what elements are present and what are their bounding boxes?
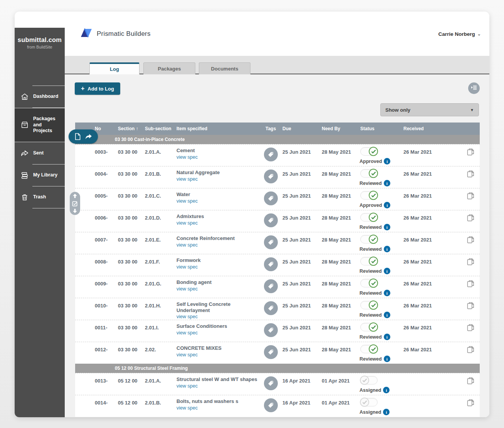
tag-icon[interactable] bbox=[264, 170, 278, 183]
copy-icon[interactable] bbox=[467, 170, 474, 179]
table-row[interactable]: 0012- 03 30 00 2.02. CONCRETE MIXES view… bbox=[75, 342, 480, 364]
info-icon[interactable]: i bbox=[384, 158, 390, 164]
tag-icon[interactable] bbox=[264, 376, 278, 390]
info-icon[interactable]: i bbox=[384, 202, 390, 208]
info-icon[interactable]: i bbox=[384, 246, 390, 252]
table-row[interactable]: 0003- 03 30 00 2.01.A. Cement view spec … bbox=[75, 144, 480, 166]
copy-icon[interactable] bbox=[467, 302, 474, 311]
view-spec-link[interactable]: view spec bbox=[176, 176, 198, 182]
column-header-status[interactable]: Status bbox=[357, 126, 400, 131]
share-icon[interactable] bbox=[85, 133, 92, 140]
table-row[interactable]: 0010- 03 30 00 2.01.H. Self Leveling Con… bbox=[75, 298, 480, 320]
tag-icon[interactable] bbox=[264, 191, 278, 205]
status-toggle[interactable] bbox=[360, 376, 378, 384]
sidebar-item-sent[interactable]: Sent bbox=[15, 143, 65, 164]
add-to-log-button[interactable]: + Add to Log bbox=[75, 82, 120, 95]
tag-icon[interactable] bbox=[264, 257, 278, 271]
status-toggle[interactable] bbox=[360, 398, 378, 406]
copy-icon[interactable] bbox=[467, 258, 474, 267]
tab-documents[interactable]: Documents bbox=[199, 62, 250, 74]
table-row[interactable]: 0005- 03 30 00 2.01.C. Water view spec 2… bbox=[75, 188, 480, 210]
sidebar-item-my-library[interactable]: My Library bbox=[15, 164, 65, 186]
sidebar-item-dashboard[interactable]: Dashboard bbox=[15, 86, 65, 107]
table-row[interactable]: 0009- 03 30 00 2.01.G. Bonding agent vie… bbox=[75, 276, 480, 298]
column-header-received[interactable]: Received bbox=[400, 126, 458, 131]
status-toggle[interactable] bbox=[360, 257, 378, 265]
section-group-header: 05 12 00 Structural Steel Framing bbox=[75, 364, 480, 373]
user-menu[interactable]: Carrie Norberg ⌄ bbox=[438, 31, 481, 37]
view-spec-link[interactable]: view spec bbox=[176, 242, 198, 248]
status-toggle[interactable] bbox=[360, 345, 378, 353]
select-checkbox-icon[interactable] bbox=[72, 201, 78, 206]
info-icon[interactable]: i bbox=[383, 409, 390, 415]
table-row[interactable]: 0013- 05 12 00 2.01.A. Structural steel … bbox=[75, 373, 480, 395]
info-icon[interactable]: i bbox=[384, 334, 390, 340]
copy-icon[interactable] bbox=[467, 280, 474, 289]
view-spec-link[interactable]: view spec bbox=[176, 220, 198, 226]
sidebar-item-trash[interactable]: Trash bbox=[15, 186, 65, 208]
status-toggle[interactable] bbox=[360, 191, 378, 200]
scroll-down-icon[interactable] bbox=[72, 208, 77, 213]
info-icon[interactable]: i bbox=[384, 290, 390, 296]
tag-icon[interactable] bbox=[264, 398, 278, 412]
column-header-due[interactable]: Due bbox=[279, 126, 319, 131]
tag-icon[interactable] bbox=[264, 148, 278, 161]
info-icon[interactable]: i bbox=[384, 268, 390, 274]
expand-list-button[interactable] bbox=[468, 82, 480, 94]
view-spec-link[interactable]: view spec bbox=[176, 154, 198, 160]
copy-icon[interactable] bbox=[467, 346, 474, 354]
show-only-dropdown[interactable]: Show only ▼ bbox=[380, 103, 479, 116]
view-spec-link[interactable]: view spec bbox=[176, 352, 198, 358]
column-header-section[interactable]: Section ↑ bbox=[115, 126, 142, 131]
status-toggle[interactable] bbox=[360, 235, 378, 243]
copy-icon[interactable] bbox=[467, 148, 474, 157]
tag-icon[interactable] bbox=[264, 301, 278, 315]
copy-icon[interactable] bbox=[467, 377, 474, 386]
tab-packages[interactable]: Packages bbox=[143, 62, 195, 74]
view-spec-link[interactable]: view spec bbox=[176, 198, 198, 204]
copy-icon[interactable] bbox=[467, 214, 474, 223]
row-item-name: Self Leveling Concrete Underlayment bbox=[176, 301, 262, 313]
status-toggle[interactable] bbox=[360, 169, 378, 178]
check-icon bbox=[369, 147, 378, 156]
table-row[interactable]: 0014- 05 12 00 2.01.B. Bolts, nuts and w… bbox=[75, 395, 480, 417]
info-icon[interactable]: i bbox=[383, 387, 390, 393]
copy-icon[interactable] bbox=[467, 399, 474, 408]
table-row[interactable]: 0011- 03 30 00 2.01.I. Surface Condition… bbox=[75, 320, 480, 342]
status-toggle[interactable] bbox=[360, 301, 378, 309]
status-toggle[interactable] bbox=[360, 279, 378, 287]
info-icon[interactable]: i bbox=[384, 356, 390, 362]
table-row[interactable]: 0004- 03 30 00 2.01.B. Natural Aggregate… bbox=[75, 166, 480, 188]
view-spec-link[interactable]: view spec bbox=[176, 330, 198, 336]
copy-icon[interactable] bbox=[467, 324, 474, 332]
copy-icon[interactable] bbox=[467, 192, 474, 201]
info-icon[interactable]: i bbox=[384, 180, 390, 186]
tag-icon[interactable] bbox=[264, 235, 278, 249]
view-spec-link[interactable]: view spec bbox=[176, 405, 198, 411]
info-icon[interactable]: i bbox=[384, 312, 390, 318]
status-toggle[interactable] bbox=[360, 147, 378, 156]
tag-icon[interactable] bbox=[264, 213, 278, 227]
sidebar-item-packages-and-projects[interactable]: Packages and Projects bbox=[15, 108, 65, 142]
column-header-tags[interactable]: Tags bbox=[262, 126, 279, 131]
column-header-item[interactable]: Item specified bbox=[173, 126, 262, 131]
table-row[interactable]: 0008- 03 30 00 2.01.F. Formwork view spe… bbox=[75, 254, 480, 276]
tag-icon[interactable] bbox=[264, 323, 278, 337]
scroll-up-icon[interactable] bbox=[72, 194, 77, 198]
view-spec-link[interactable]: view spec bbox=[176, 264, 198, 270]
table-row[interactable]: 0007- 03 30 00 2.01.E. Concrete Reinforc… bbox=[75, 232, 480, 254]
column-header-needby[interactable]: Need By bbox=[319, 126, 357, 131]
status-toggle[interactable] bbox=[360, 213, 378, 222]
view-spec-link[interactable]: view spec bbox=[176, 286, 198, 292]
status-toggle[interactable] bbox=[360, 323, 378, 331]
info-icon[interactable]: i bbox=[384, 224, 390, 230]
copy-icon[interactable] bbox=[467, 236, 474, 245]
tag-icon[interactable] bbox=[264, 279, 278, 293]
document-icon[interactable] bbox=[74, 133, 81, 140]
column-header-subsection[interactable]: Sub-section bbox=[142, 126, 173, 131]
tab-log[interactable]: Log bbox=[89, 62, 139, 74]
table-row[interactable]: 0006- 03 30 00 2.01.D. Admixtures view s… bbox=[75, 210, 480, 232]
view-spec-link[interactable]: view spec bbox=[176, 383, 198, 389]
view-spec-link[interactable]: view spec bbox=[176, 314, 198, 319]
tag-icon[interactable] bbox=[264, 345, 278, 359]
